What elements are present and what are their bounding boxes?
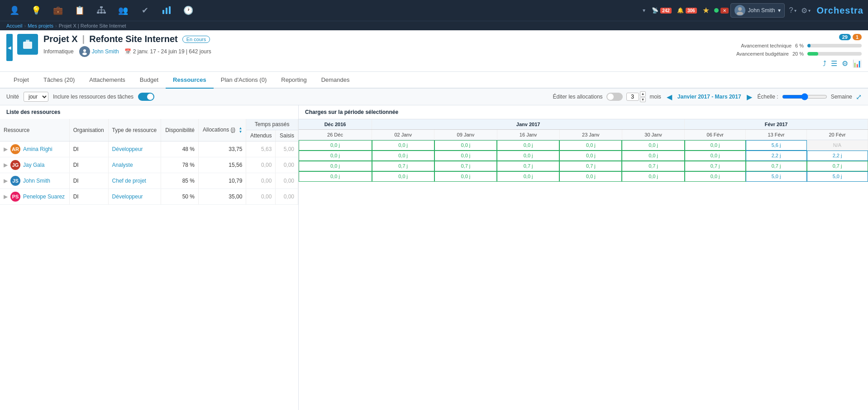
resource-name[interactable]: ▶ JG Jay Gala (4, 160, 66, 170)
charge-cell[interactable]: 0,0 j (685, 151, 746, 161)
charge-cell[interactable]: 0,0 j (622, 140, 684, 151)
tech-progress-fill (807, 44, 811, 47)
expand-row-icon[interactable]: ▶ (4, 162, 8, 168)
period-next-button[interactable]: ▶ (745, 93, 754, 101)
expand-row-icon[interactable]: ▶ (4, 178, 8, 184)
settings-menu[interactable]: ⚙ ▾ (801, 6, 811, 15)
tab-attachements[interactable]: Attachements (82, 72, 133, 89)
charge-cell[interactable]: 0,7 j (622, 161, 684, 171)
charge-cell[interactable]: 0,7 j (372, 161, 434, 171)
nav-person-icon[interactable]: 👤 (5, 0, 24, 21)
charge-cell[interactable]: 0,0 j (434, 171, 497, 182)
project-category: Informatique (43, 48, 74, 55)
charge-cell[interactable]: 0,0 j (372, 151, 434, 161)
help-menu[interactable]: ? ▾ (789, 6, 796, 14)
charge-cell[interactable]: 0,0 j (622, 151, 684, 161)
charge-cell[interactable]: 0,0 j (434, 151, 497, 161)
charge-cell[interactable]: 5,0 j (807, 171, 868, 182)
resource-name[interactable]: ▶ JS John Smith (4, 176, 66, 186)
charge-cell[interactable]: 2,2 j (807, 151, 868, 161)
period-prev-button[interactable]: ◀ (665, 93, 674, 101)
breadcrumb-home[interactable]: Accueil (6, 23, 22, 28)
charge-cell[interactable]: 0,7 j (434, 161, 497, 171)
charge-cell[interactable]: N/A (807, 140, 868, 151)
charge-cell[interactable]: 0,7 j (497, 161, 559, 171)
favorites-icon[interactable]: ★ (702, 5, 710, 15)
charge-cell[interactable]: 0,0 j (559, 140, 622, 151)
charge-cell[interactable]: 0,0 j (497, 171, 559, 182)
charge-cell[interactable]: 0,0 j (372, 140, 434, 151)
nav-clock-icon[interactable]: 🕐 (178, 0, 198, 21)
charge-cell[interactable]: 0,0 j (622, 171, 684, 182)
expand-button[interactable]: ⤢ (856, 93, 862, 101)
charge-cell[interactable]: 0,0 j (497, 151, 559, 161)
charge-cell[interactable]: 0,0 j (434, 140, 497, 151)
nav-hierarchy-icon[interactable] (91, 0, 111, 21)
charge-cell[interactable]: 0,0 j (299, 161, 372, 171)
expand-row-icon[interactable]: ▶ (4, 193, 8, 200)
tab-budget[interactable]: Budget (133, 72, 166, 89)
chart2-icon[interactable]: 📊 (853, 59, 862, 68)
collapse-icon[interactable]: ▾ (643, 7, 645, 14)
project-owner[interactable]: John Smith (79, 46, 119, 57)
charge-cell[interactable]: 0,0 j (299, 140, 372, 151)
spinner-up[interactable]: ▲ (640, 91, 646, 97)
list-icon[interactable]: ☰ (831, 59, 837, 68)
tab-projet[interactable]: Projet (6, 72, 36, 89)
charge-cell[interactable]: 0,7 j (746, 161, 807, 171)
share-icon[interactable]: ⤴ (823, 60, 826, 68)
expand-row-icon[interactable]: ▶ (4, 146, 8, 152)
charge-cell[interactable]: 0,0 j (685, 140, 746, 151)
tab-reporting[interactable]: Reporting (274, 72, 314, 89)
charge-cell[interactable]: 0,0 j (559, 171, 622, 182)
charge-cell[interactable]: 0,0 j (299, 171, 372, 182)
tab-taches[interactable]: Tâches (20) (36, 72, 82, 89)
include-resources-toggle[interactable] (138, 93, 154, 101)
charge-cell[interactable]: 0,0 j (685, 171, 746, 182)
charge-cell[interactable]: 5,6 j (746, 140, 807, 151)
notif-badge-1[interactable]: 29 (839, 34, 851, 40)
charge-cell[interactable]: 0,0 j (497, 140, 559, 151)
charge-cell[interactable]: 0,0 j (559, 151, 622, 161)
nav-briefcase-icon[interactable]: 💼 (48, 0, 68, 21)
resource-name-text[interactable]: John Smith (23, 178, 50, 184)
breadcrumb-projects[interactable]: Mes projets (28, 23, 53, 28)
nav-people-icon[interactable]: 👥 (113, 0, 133, 21)
resource-name[interactable]: ▶ AR Amina Righi (4, 144, 66, 154)
charge-cell[interactable]: 0,0 j (299, 151, 372, 161)
app-logo: Orchestra (817, 5, 864, 16)
resource-name-text[interactable]: Amina Righi (23, 146, 52, 152)
resource-name[interactable]: ▶ PS Penelope Suarez (4, 192, 66, 202)
spinner-down[interactable]: ▼ (640, 97, 646, 103)
charge-cell[interactable]: 5,0 j (746, 171, 807, 182)
charge-cell[interactable]: 2,2 j (746, 151, 807, 161)
resource-name-text[interactable]: Jay Gala (23, 162, 44, 168)
edit-alloc-toggle[interactable] (606, 93, 623, 101)
charge-cell[interactable]: 0,7 j (807, 161, 868, 171)
panel-toggle-button[interactable]: ◀ (6, 34, 13, 61)
tab-demandes[interactable]: Demandes (314, 72, 357, 89)
nav-check-icon[interactable]: ✔ (135, 0, 155, 21)
resource-name-cell: ▶ PS Penelope Suarez (0, 189, 69, 205)
unite-select[interactable]: jour (24, 92, 48, 102)
tab-ressources[interactable]: Ressources (166, 72, 214, 89)
notification-rss-badge[interactable]: 📡 242 (652, 7, 672, 14)
resource-name-text[interactable]: Penelope Suarez (23, 193, 65, 200)
nav-lightbulb-icon[interactable]: 💡 (26, 0, 46, 21)
alloc-sort-icons[interactable]: ▲ ▼ (238, 127, 242, 134)
notif-badge-2[interactable]: 1 (853, 34, 862, 40)
resource-saisis-cell: 0,00 (276, 189, 298, 205)
charge-cell[interactable]: 0,7 j (559, 161, 622, 171)
charge-cell[interactable]: 0,0 j (372, 171, 434, 182)
nav-chart-icon[interactable] (157, 0, 176, 21)
configure-icon[interactable]: ⚙ (842, 59, 848, 68)
month-input[interactable] (626, 93, 639, 101)
rss-count: 242 (660, 8, 672, 14)
notification-bell-badge[interactable]: 🔔 306 (677, 7, 697, 14)
user-menu[interactable]: John Smith ▾ (730, 3, 785, 18)
nav-clipboard-icon[interactable]: 📋 (70, 0, 90, 21)
charge-cell[interactable]: 0,7 j (685, 161, 746, 171)
close-session-button[interactable]: ✕ (720, 8, 729, 14)
scale-slider[interactable] (782, 93, 827, 100)
tab-plan-actions[interactable]: Plan d'Actions (0) (214, 72, 274, 89)
